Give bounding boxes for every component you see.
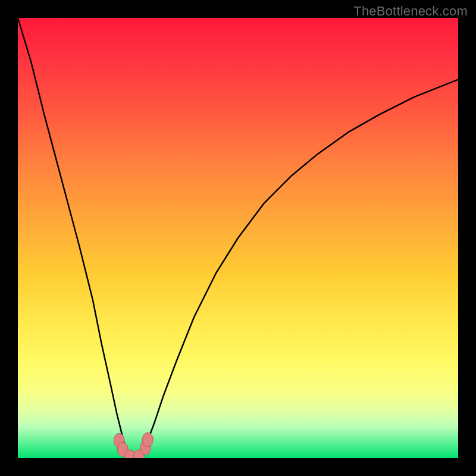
- curve-svg: [18, 18, 458, 458]
- curve-markers: [114, 433, 153, 458]
- chart-frame: TheBottleneck.com: [0, 0, 476, 476]
- curve-marker: [142, 433, 153, 447]
- watermark-text: TheBottleneck.com: [353, 4, 468, 19]
- bottleneck-curve: [18, 18, 458, 458]
- plot-area: [18, 18, 458, 458]
